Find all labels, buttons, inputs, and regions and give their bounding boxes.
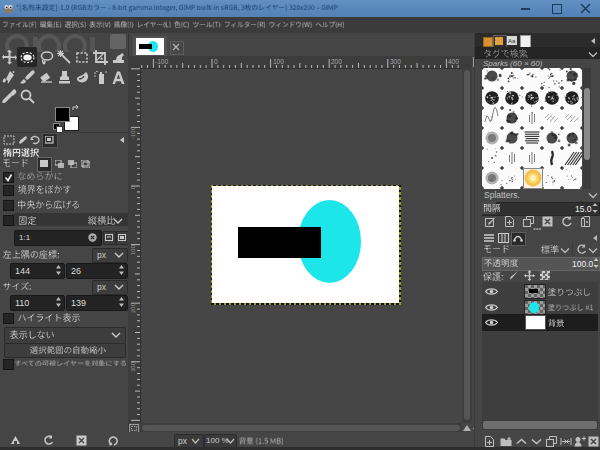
svg-text:-100: -100 (130, 126, 136, 139)
svg-text:400: 400 (448, 58, 459, 65)
svg-text:0: 0 (214, 58, 218, 65)
svg-text:300: 300 (130, 361, 136, 372)
svg-text:100: 100 (273, 58, 284, 65)
svg-text:200: 200 (331, 58, 342, 65)
svg-text:100: 100 (130, 244, 136, 255)
svg-text:-100: -100 (155, 58, 168, 65)
svg-text:200: 200 (130, 302, 136, 313)
svg-text:300: 300 (390, 58, 401, 65)
